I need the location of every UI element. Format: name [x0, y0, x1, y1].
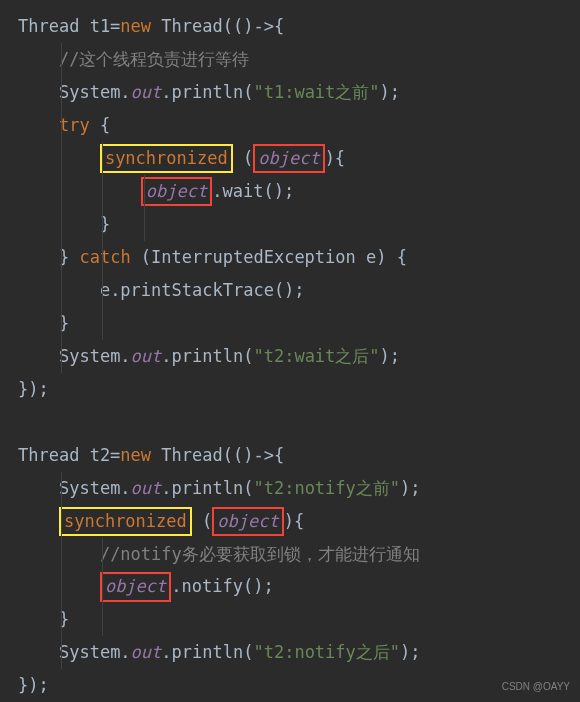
code-line: Thread t1=new Thread(()->{ [18, 10, 580, 43]
code-line: //这个线程负责进行等待 [18, 43, 580, 76]
code-line: System.out.println("t2:notify之前"); [18, 472, 580, 505]
highlight-synchronized: synchronized [59, 507, 192, 537]
code-block: Thread t1=new Thread(()->{ //这个线程负责进行等待 … [18, 10, 580, 702]
code-line: }); [18, 669, 580, 702]
code-line: } [18, 208, 580, 241]
code-line [18, 406, 580, 439]
highlight-object: object [212, 507, 283, 537]
highlight-object: object [253, 144, 324, 174]
code-line: e.printStackTrace(); [18, 274, 580, 307]
highlight-synchronized: synchronized [100, 144, 233, 174]
highlight-object: object [100, 572, 171, 602]
watermark: CSDN @OAYY [502, 677, 570, 696]
code-line: System.out.println("t2:notify之后"); [18, 636, 580, 669]
code-line: System.out.println("t1:wait之前"); [18, 76, 580, 109]
highlight-object: object [141, 177, 212, 207]
code-line: object.notify(); [18, 570, 580, 603]
code-line: //notify务必要获取到锁，才能进行通知 [18, 538, 580, 571]
code-line: object.wait(); [18, 175, 580, 208]
code-line: }); [18, 373, 580, 406]
code-line: System.out.println("t2:wait之后"); [18, 340, 580, 373]
code-line: } catch (InterruptedException e) { [18, 241, 580, 274]
code-line: } [18, 603, 580, 636]
code-line: synchronized (object){ [18, 505, 580, 538]
code-line: } [18, 307, 580, 340]
code-line: try { [18, 109, 580, 142]
code-line: synchronized (object){ [18, 142, 580, 175]
code-line: Thread t2=new Thread(()->{ [18, 439, 580, 472]
